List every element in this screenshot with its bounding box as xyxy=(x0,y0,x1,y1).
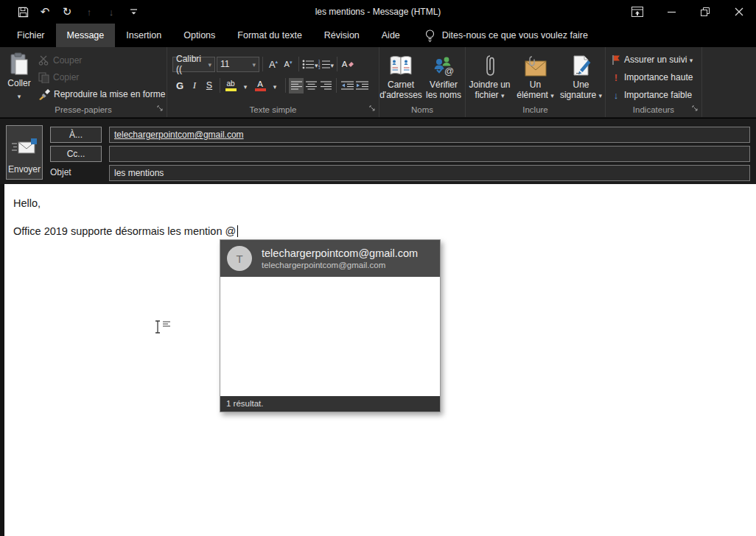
avatar: T xyxy=(227,246,252,271)
tell-me-box[interactable]: Dites-nous ce que vous voulez faire xyxy=(424,24,588,47)
dialog-launcher-icon[interactable] xyxy=(157,105,164,112)
italic-button[interactable]: I xyxy=(187,78,202,94)
increase-indent-button[interactable] xyxy=(354,78,369,94)
underline-button[interactable]: S xyxy=(202,78,217,94)
high-importance-icon: ! xyxy=(612,72,620,83)
message-header: Envoyer À... telechargerpointcom@gmail.c… xyxy=(0,118,756,184)
attach-file-button[interactable]: Joindre un fichier xyxy=(468,51,512,104)
address-book-button[interactable]: Carnet d'adresses xyxy=(380,51,421,104)
window-controls xyxy=(620,0,756,24)
font-color-button[interactable]: A xyxy=(253,78,267,94)
mention-primary-text: telechargerpointcom@gmail.com xyxy=(262,247,418,260)
cut-button: Couper xyxy=(38,54,165,67)
align-right-button[interactable] xyxy=(318,78,333,94)
tab-insertion[interactable]: Insertion xyxy=(115,24,172,47)
close-icon[interactable] xyxy=(722,0,756,24)
shrink-font-button[interactable]: A xyxy=(281,57,295,72)
cut-label: Couper xyxy=(53,55,82,66)
attach-item-icon xyxy=(523,51,548,77)
redo-icon[interactable] xyxy=(59,4,75,20)
quick-access-toolbar xyxy=(15,4,141,20)
copy-icon xyxy=(38,72,49,83)
font-size-select[interactable]: 11 xyxy=(217,57,259,72)
align-center-button[interactable] xyxy=(304,78,318,94)
format-painter-label: Reproduire la mise en forme xyxy=(54,89,165,99)
tab-aide[interactable]: Aide xyxy=(371,24,411,47)
svg-text:@: @ xyxy=(444,66,454,77)
low-importance-label: Importance faible xyxy=(624,90,692,100)
highlight-dropdown[interactable] xyxy=(238,78,253,94)
to-field[interactable]: telechargerpointcom@gmail.com xyxy=(109,127,750,143)
customize-qat-icon[interactable] xyxy=(125,4,141,20)
group-label-indicateurs: Indicateurs xyxy=(606,104,701,117)
tab-fichier[interactable]: Fichier xyxy=(6,24,56,47)
send-label: Envoyer xyxy=(8,164,41,174)
highlight-color-bar xyxy=(225,88,237,91)
move-down-icon xyxy=(103,4,119,20)
save-icon[interactable] xyxy=(15,4,31,20)
move-up-icon xyxy=(81,4,97,20)
mention-suggestion-popup: T telechargerpointcom@gmail.com telechar… xyxy=(220,239,441,412)
ribbon-display-options-icon[interactable] xyxy=(620,0,654,24)
undo-icon[interactable] xyxy=(37,4,53,20)
attach-file-label: Joindre un fichier xyxy=(468,80,512,101)
minimize-icon[interactable] xyxy=(654,0,688,24)
follow-up-button[interactable]: Assurer un suivi xyxy=(612,53,701,66)
group-texte-simple: Calibri (( 11 A A 123 xyxy=(167,47,379,117)
to-button[interactable]: À... xyxy=(50,127,102,143)
clear-formatting-button[interactable]: A xyxy=(340,57,355,72)
follow-up-flag-icon xyxy=(612,54,620,66)
restore-icon[interactable] xyxy=(688,0,722,24)
attach-item-label: Un élément xyxy=(514,80,558,101)
copy-button: Copier xyxy=(38,71,165,84)
decrease-indent-button[interactable] xyxy=(340,78,354,94)
numbering-button[interactable]: 123 xyxy=(318,57,335,72)
mention-suggestion-item[interactable]: T telechargerpointcom@gmail.com telechar… xyxy=(220,240,440,277)
send-icon xyxy=(11,138,38,157)
body-greeting: Hello, xyxy=(13,197,756,211)
cc-field[interactable] xyxy=(109,146,750,162)
text-caret xyxy=(237,225,238,237)
outlook-message-window: les mentions - Message (HTML) Fichier Me… xyxy=(0,0,756,536)
low-importance-button[interactable]: Importance faible xyxy=(612,88,701,102)
dialog-launcher-icon[interactable] xyxy=(692,105,699,112)
mention-secondary-text: telechargerpointcom@gmail.com xyxy=(262,260,418,270)
text-cursor-icon xyxy=(153,319,173,335)
ribbon: Coller Couper Copier xyxy=(0,47,756,118)
tab-options[interactable]: Options xyxy=(172,24,226,47)
bold-button[interactable]: G xyxy=(172,78,187,94)
svg-text:3: 3 xyxy=(318,66,321,69)
font-name-select[interactable]: Calibri (( xyxy=(172,57,215,72)
font-color-bar xyxy=(255,88,266,91)
tab-revision[interactable]: Révision xyxy=(313,24,371,47)
highlight-button[interactable]: ab xyxy=(223,78,238,94)
to-recipient[interactable]: telechargerpointcom@gmail.com xyxy=(114,130,244,140)
format-painter-button[interactable]: Reproduire la mise en forme xyxy=(38,88,165,101)
check-names-button[interactable]: @ Vérifier les noms xyxy=(423,51,464,104)
grow-font-button[interactable]: A xyxy=(266,57,281,72)
send-button[interactable]: Envoyer xyxy=(6,125,43,180)
signature-label: Une signature xyxy=(559,80,603,101)
bullets-button[interactable] xyxy=(302,57,318,72)
message-body[interactable]: Hello, Office 2019 supporte désormais le… xyxy=(0,184,756,536)
signature-button[interactable]: Une signature xyxy=(559,51,603,104)
eraser-icon xyxy=(347,61,354,68)
high-importance-button[interactable]: ! Importance haute xyxy=(612,71,701,84)
tab-message[interactable]: Message xyxy=(56,24,116,47)
dialog-launcher-icon[interactable] xyxy=(369,105,376,112)
lightbulb-icon xyxy=(424,29,435,43)
align-center-icon xyxy=(306,81,317,90)
align-left-button[interactable] xyxy=(289,78,304,94)
paste-button[interactable]: Coller xyxy=(0,47,38,104)
align-right-icon xyxy=(321,81,332,90)
bullets-icon xyxy=(302,60,315,69)
signature-icon xyxy=(571,51,592,77)
tab-format-du-texte[interactable]: Format du texte xyxy=(226,24,313,47)
cc-button[interactable]: Cc... xyxy=(50,146,102,162)
format-painter-icon xyxy=(38,89,50,100)
subject-field[interactable]: les mentions xyxy=(109,165,750,181)
title-bar: les mentions - Message (HTML) xyxy=(0,0,756,24)
mention-result-count: 1 résultat. xyxy=(220,396,440,412)
font-color-dropdown[interactable] xyxy=(267,78,282,94)
attach-item-button[interactable]: Un élément xyxy=(514,51,558,104)
